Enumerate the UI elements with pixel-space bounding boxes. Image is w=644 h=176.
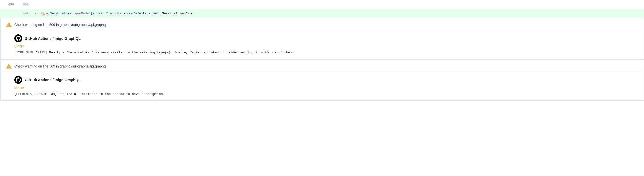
warning-header-1: Check warning on line 509 in graphal/sub… — [1, 18, 644, 32]
code-diff-section: 496 508 509 + type ServiceToken @goModel… — [0, 0, 644, 18]
linter-label-1: Linter — [14, 44, 639, 48]
warning-icon-1 — [6, 22, 12, 28]
right-line-num: 508 — [19, 3, 29, 6]
svg-point-1 — [9, 67, 9, 68]
diff-indicator-added: + — [32, 12, 38, 15]
github-actions-name-1: GitHub Actions / Inigo GraphQL — [25, 36, 80, 40]
left-line-num-509 — [4, 12, 14, 15]
line-numbers: 496 508 — [0, 3, 32, 6]
linter-label-2: Linter — [14, 86, 639, 90]
github-actions-header-1: GitHub Actions / Inigo GraphQL — [14, 34, 639, 42]
warning-header-text-2: Check warning on line 509 in graphql/sub… — [14, 64, 106, 68]
warning-icon-2 — [6, 63, 12, 69]
code-line-509: 509 + type ServiceToken @goModel(model: … — [0, 9, 644, 18]
code-content — [38, 3, 644, 6]
warning-header-2: Check warning on line 509 in graphql/sub… — [1, 60, 644, 73]
warning-body-2: GitHub Actions / Inigo GraphQL Linter [E… — [1, 73, 644, 100]
svg-point-0 — [9, 26, 9, 26]
right-line-num-509: 509 — [19, 12, 29, 15]
github-actions-name-2: GitHub Actions / Inigo GraphQL — [25, 78, 80, 82]
left-line-num: 496 — [4, 3, 14, 6]
warning-block-2: Check warning on line 509 in graphql/sub… — [0, 60, 644, 101]
warning-body-1: GitHub Actions / Inigo GraphQL Linter [T… — [1, 32, 644, 59]
github-logo-1 — [14, 34, 22, 42]
line-numbers-509: 509 — [0, 12, 32, 15]
github-logo-2 — [14, 76, 22, 84]
code-line-496-508: 496 508 — [0, 0, 644, 9]
linter-message-1: [TYPE_SIMILARITY] New type 'ServiceToken… — [14, 50, 639, 55]
linter-message-2: [ELEMENTS_DESCRIPTION] Require all eleme… — [14, 92, 639, 97]
warning-header-text-1: Check warning on line 509 in graphal/sub… — [14, 23, 106, 27]
github-actions-header-2: GitHub Actions / Inigo GraphQL — [14, 76, 639, 84]
code-content-509: type ServiceToken @goModel(model: "inigo… — [38, 10, 644, 17]
warning-block-1: Check warning on line 509 in graphal/sub… — [0, 18, 644, 59]
